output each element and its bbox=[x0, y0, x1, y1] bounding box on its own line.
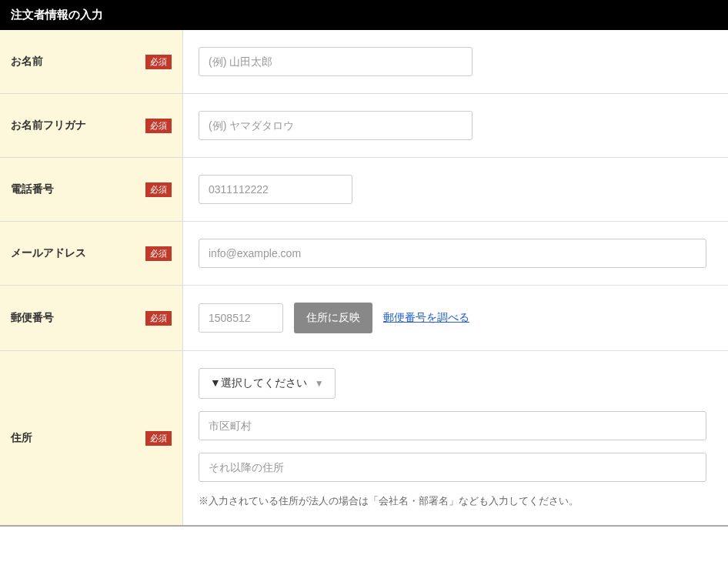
label-cell-name-kana: お名前フリガナ 必須 bbox=[0, 94, 183, 157]
row-phone: 電話番号 必須 bbox=[0, 158, 728, 222]
input-cell-email bbox=[183, 222, 728, 285]
label-cell-name: お名前 必須 bbox=[0, 30, 183, 93]
city-input[interactable] bbox=[199, 411, 706, 440]
label-cell-address: 住所 必須 bbox=[0, 351, 183, 525]
required-badge: 必須 bbox=[145, 119, 172, 133]
section-title: 注文者情報の入力 bbox=[11, 8, 103, 21]
postal-row: 住所に反映 郵便番号を調べる bbox=[199, 303, 713, 333]
input-cell-phone bbox=[183, 158, 728, 221]
label-email: メールアドレス bbox=[11, 246, 86, 260]
label-postal: 郵便番号 bbox=[11, 311, 54, 325]
row-name-kana: お名前フリガナ 必須 bbox=[0, 94, 728, 158]
address-group: ▼選択してください ▼ ※入力されている住所が法人の場合は「会社名・部署名」など… bbox=[199, 368, 713, 508]
label-cell-email: メールアドレス 必須 bbox=[0, 222, 183, 285]
row-postal: 郵便番号 必須 住所に反映 郵便番号を調べる bbox=[0, 286, 728, 351]
postal-input[interactable] bbox=[199, 303, 283, 333]
address-rest-input[interactable] bbox=[199, 453, 706, 482]
label-cell-phone: 電話番号 必須 bbox=[0, 158, 183, 221]
name-kana-input[interactable] bbox=[199, 111, 473, 140]
label-phone: 電話番号 bbox=[11, 182, 54, 196]
row-email: メールアドレス 必須 bbox=[0, 222, 728, 286]
section-header: 注文者情報の入力 bbox=[0, 0, 728, 30]
row-name: お名前 必須 bbox=[0, 30, 728, 94]
label-address: 住所 bbox=[11, 431, 32, 445]
label-cell-postal: 郵便番号 必須 bbox=[0, 286, 183, 350]
chevron-down-icon: ▼ bbox=[315, 378, 324, 389]
input-cell-postal: 住所に反映 郵便番号を調べる bbox=[183, 286, 728, 350]
input-cell-name bbox=[183, 30, 728, 93]
label-name: お名前 bbox=[11, 55, 43, 69]
email-input[interactable] bbox=[199, 239, 706, 268]
address-note: ※入力されている住所が法人の場合は「会社名・部署名」なども入力してください。 bbox=[199, 494, 713, 508]
required-badge: 必須 bbox=[145, 431, 172, 446]
input-cell-address: ▼選択してください ▼ ※入力されている住所が法人の場合は「会社名・部署名」など… bbox=[183, 351, 728, 525]
apply-address-button[interactable]: 住所に反映 bbox=[294, 303, 372, 333]
name-input[interactable] bbox=[199, 47, 473, 76]
label-name-kana: お名前フリガナ bbox=[11, 119, 86, 132]
phone-input[interactable] bbox=[199, 175, 352, 204]
input-cell-name-kana bbox=[183, 94, 728, 157]
customer-form: お名前 必須 お名前フリガナ 必須 電話番号 必須 メールアドレス 必須 bbox=[0, 30, 728, 527]
required-badge: 必須 bbox=[145, 246, 172, 261]
required-badge: 必須 bbox=[145, 311, 172, 326]
prefecture-select-label: ▼選択してください bbox=[210, 376, 307, 390]
required-badge: 必須 bbox=[145, 55, 172, 69]
prefecture-select[interactable]: ▼選択してください ▼ bbox=[199, 368, 336, 399]
required-badge: 必須 bbox=[145, 182, 172, 197]
postal-lookup-link[interactable]: 郵便番号を調べる bbox=[383, 311, 469, 325]
row-address: 住所 必須 ▼選択してください ▼ ※入力されている住所が法人の場合は「会社名・… bbox=[0, 351, 728, 527]
